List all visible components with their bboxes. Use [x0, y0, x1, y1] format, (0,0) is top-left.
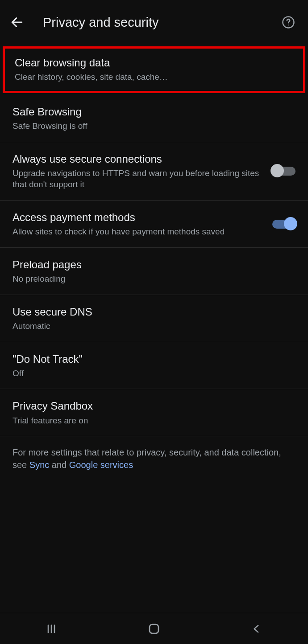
- page-title: Privacy and security: [43, 15, 279, 30]
- preload-pages-row[interactable]: Preload pages No preloading: [0, 248, 308, 295]
- row-title: Use secure DNS: [12, 305, 296, 319]
- svg-rect-6: [150, 624, 158, 633]
- row-title: Privacy Sandbox: [12, 399, 296, 413]
- row-subtitle: Clear history, cookies, site data, cache…: [15, 71, 293, 83]
- row-title: Always use secure connections: [12, 152, 263, 166]
- row-title: Clear browsing data: [15, 56, 293, 70]
- nav-recents-icon[interactable]: [42, 620, 60, 638]
- row-subtitle: Allow sites to check if you have payment…: [12, 226, 263, 238]
- payment-methods-toggle[interactable]: [272, 220, 296, 229]
- safe-browsing-row[interactable]: Safe Browsing Safe Browsing is off: [0, 95, 308, 142]
- back-arrow-icon[interactable]: [8, 13, 26, 31]
- row-title: Access payment methods: [12, 210, 263, 224]
- row-subtitle: Trial features are on: [12, 415, 296, 427]
- google-services-link[interactable]: Google services: [69, 460, 133, 470]
- nav-home-icon[interactable]: [145, 620, 163, 638]
- secure-connections-toggle[interactable]: [272, 167, 296, 176]
- row-subtitle: Safe Browsing is off: [12, 120, 296, 132]
- system-nav-bar: [0, 613, 308, 644]
- help-icon[interactable]: [279, 13, 297, 31]
- clear-browsing-data-row[interactable]: Clear browsing data Clear history, cooki…: [3, 46, 305, 93]
- row-subtitle: Automatic: [12, 320, 296, 332]
- do-not-track-row[interactable]: "Do Not Track" Off: [0, 342, 308, 390]
- row-title: Safe Browsing: [12, 105, 296, 119]
- secure-dns-row[interactable]: Use secure DNS Automatic: [0, 295, 308, 342]
- sync-link[interactable]: Sync: [29, 460, 49, 470]
- secure-connections-row[interactable]: Always use secure connections Upgrade na…: [0, 142, 308, 201]
- row-subtitle: No preloading: [12, 273, 296, 285]
- row-title: "Do Not Track": [12, 352, 296, 366]
- svg-point-2: [288, 25, 289, 25]
- row-title: Preload pages: [12, 258, 296, 271]
- row-subtitle: Off: [12, 368, 296, 379]
- app-header: Privacy and security: [0, 0, 308, 45]
- settings-list: Clear browsing data Clear history, cooki…: [0, 45, 308, 613]
- payment-methods-row[interactable]: Access payment methods Allow sites to ch…: [0, 201, 308, 248]
- row-subtitle: Upgrade navigations to HTTPS and warn yo…: [12, 168, 263, 190]
- privacy-sandbox-row[interactable]: Privacy Sandbox Trial features are on: [0, 389, 308, 436]
- footer-info-text: For more settings that relate to privacy…: [0, 436, 308, 481]
- footer-mid: and: [49, 460, 69, 470]
- nav-back-icon[interactable]: [248, 620, 266, 638]
